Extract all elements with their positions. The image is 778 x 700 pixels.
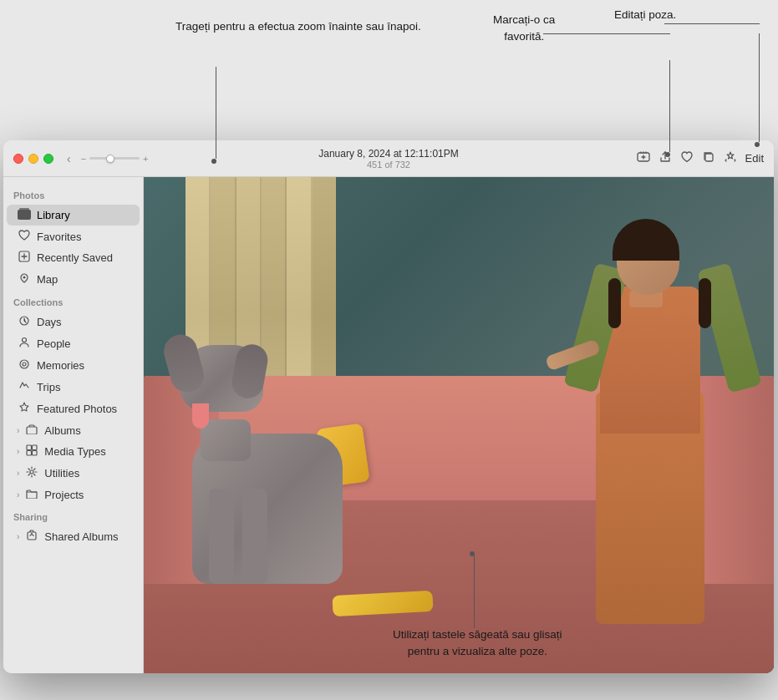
traffic-lights: [13, 154, 53, 164]
photo-display: [144, 177, 774, 673]
favorites-icon: [17, 230, 32, 243]
svg-rect-12: [33, 445, 38, 450]
edit-button[interactable]: Edit: [745, 152, 764, 165]
close-button[interactable]: [13, 154, 23, 164]
sidebar-item-featured-photos-label: Featured Photos: [37, 403, 130, 415]
sidebar-item-trips[interactable]: Trips: [7, 377, 140, 398]
sidebar-item-media-types-label: Media Types: [44, 445, 130, 458]
enhance-icon[interactable]: [724, 150, 737, 166]
app-window: ‹ − + January 8, 2024 at 12:11:01PM 451 …: [3, 140, 774, 673]
titlebar: ‹ − + January 8, 2024 at 12:11:01PM 451 …: [3, 140, 774, 177]
maximize-button[interactable]: [43, 154, 53, 164]
sidebar-item-memories[interactable]: Memories: [7, 355, 140, 376]
edit-callout-text: Editați poza.: [614, 7, 676, 23]
favorite-callout: Marcați-o cafavorită.: [493, 12, 555, 44]
sidebar-item-recently-saved[interactable]: Recently Saved: [7, 247, 140, 268]
media-types-chevron: ›: [17, 447, 19, 456]
svg-point-17: [31, 533, 33, 535]
back-arrow[interactable]: ‹: [64, 150, 74, 167]
memories-icon: [17, 358, 32, 373]
photo-count: 451 of 732: [318, 160, 458, 170]
albums-chevron: ›: [17, 426, 19, 435]
svg-rect-2: [18, 210, 31, 220]
photo-bg-wall: [144, 177, 774, 673]
sidebar-item-projects-label: Projects: [44, 489, 130, 501]
svg-point-8: [20, 360, 28, 368]
sidebar-item-projects[interactable]: › Projects: [7, 484, 140, 505]
svg-rect-14: [33, 451, 38, 456]
zoom-minus[interactable]: −: [81, 154, 86, 164]
svg-rect-3: [19, 208, 29, 210]
sidebar-item-shared-albums[interactable]: › Shared Albums: [7, 526, 140, 547]
svg-rect-10: [27, 427, 37, 434]
sidebar-item-favorites-label: Favorites: [37, 231, 130, 243]
utilities-chevron: ›: [17, 469, 19, 478]
sharing-section-label: Sharing: [3, 505, 143, 525]
sidebar-item-people[interactable]: People: [7, 333, 140, 354]
sidebar-item-albums[interactable]: › Albums: [7, 420, 140, 440]
zoom-callout-text: Trageți pentru a efectua zoom înainte sa…: [175, 18, 421, 35]
projects-icon: [24, 488, 39, 501]
sidebar-item-people-label: People: [37, 337, 130, 350]
shared-albums-chevron: ›: [17, 532, 19, 541]
svg-rect-1: [705, 154, 713, 161]
sidebar-item-memories-label: Memories: [37, 359, 130, 372]
sidebar-item-favorites[interactable]: Favorites: [7, 226, 140, 246]
trips-icon: [17, 380, 32, 394]
duplicate-icon[interactable]: [702, 150, 715, 166]
favorite-icon[interactable]: [680, 150, 694, 166]
people-icon: [17, 337, 32, 351]
title-center: January 8, 2024 at 12:11:01PM 451 of 732: [318, 148, 458, 170]
favorite-callout-text: Marcați-o cafavorită.: [493, 12, 555, 44]
sidebar-item-utilities-label: Utilities: [44, 467, 130, 479]
featured-photos-icon: [17, 402, 32, 416]
svg-point-5: [23, 276, 26, 279]
zoom-track[interactable]: [89, 157, 140, 160]
svg-point-7: [23, 338, 27, 342]
sidebar-item-trips-label: Trips: [37, 381, 130, 393]
days-icon: [17, 315, 32, 329]
photo-area[interactable]: [144, 177, 774, 673]
projects-chevron: ›: [17, 490, 19, 500]
utilities-icon: [24, 466, 39, 480]
edit-callout: Editați poza.: [614, 7, 676, 23]
add-to-album-icon[interactable]: [637, 150, 650, 166]
sidebar-item-recently-saved-label: Recently Saved: [37, 251, 130, 264]
photo-date: January 8, 2024 at 12:11:01PM: [318, 148, 458, 160]
zoom-slider[interactable]: − +: [81, 154, 149, 164]
zoom-plus[interactable]: +: [143, 154, 148, 164]
library-icon: [17, 208, 32, 222]
sidebar-item-library-label: Library: [37, 209, 130, 221]
photos-section-label: Photos: [3, 184, 143, 204]
media-types-icon: [24, 444, 39, 459]
zoom-callout: Trageți pentru a efectua zoom înainte sa…: [175, 18, 421, 35]
albums-icon: [24, 424, 39, 437]
minimize-button[interactable]: [28, 154, 38, 164]
sidebar-item-utilities[interactable]: › Utilities: [7, 463, 140, 484]
recently-saved-icon: [17, 251, 32, 265]
sidebar-item-days[interactable]: Days: [7, 312, 140, 332]
sidebar-item-media-types[interactable]: › Media Types: [7, 441, 140, 462]
nav-arrows: ‹: [64, 150, 74, 167]
share-icon[interactable]: [659, 150, 672, 166]
sidebar-item-days-label: Days: [37, 316, 130, 328]
svg-rect-11: [27, 445, 32, 450]
sidebar-item-map[interactable]: Map: [7, 269, 140, 290]
sidebar-item-featured-photos[interactable]: Featured Photos: [7, 398, 140, 419]
photo-scene: [144, 177, 774, 673]
sidebar-item-library[interactable]: Library: [7, 205, 140, 226]
collections-section-label: Collections: [3, 291, 143, 311]
zoom-thumb[interactable]: [106, 155, 114, 163]
sidebar-item-shared-albums-label: Shared Albums: [44, 530, 130, 543]
content-area: Photos Library Favorites Recently Saved: [3, 177, 774, 673]
map-icon: [17, 272, 32, 287]
sidebar-item-map-label: Map: [37, 273, 130, 286]
svg-rect-13: [27, 451, 32, 456]
sidebar: Photos Library Favorites Recently Saved: [3, 177, 144, 673]
svg-point-15: [30, 470, 33, 474]
shared-albums-icon: [24, 530, 39, 544]
svg-point-9: [23, 363, 26, 366]
toolbar-right: Edit: [637, 150, 764, 166]
sidebar-item-albums-label: Albums: [44, 424, 130, 437]
